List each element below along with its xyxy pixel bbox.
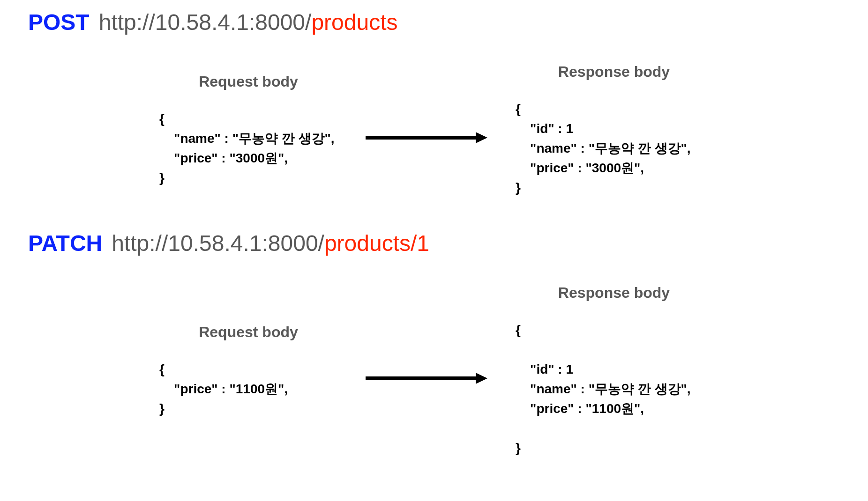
arrow-right-icon xyxy=(366,373,487,384)
post-url: http://10.58.4.1:8000/products xyxy=(99,9,398,35)
patch-request-column: Request body { "price" : "1100원", } xyxy=(159,324,337,419)
post-response-body: { "id" : 1 "name" : "무농약 깐 생강", "price" … xyxy=(516,99,712,198)
post-method: POST xyxy=(28,9,90,35)
patch-response-body: { "id" : 1 "name" : "무농약 깐 생강", "price" … xyxy=(516,320,712,458)
patch-url-line: PATCH http://10.58.4.1:8000/products/1 xyxy=(28,230,840,256)
patch-request-label: Request body xyxy=(159,324,337,341)
patch-body-row: Request body { "price" : "1100원", } Resp… xyxy=(28,284,840,458)
post-body-row: Request body { "name" : "무농약 깐 생강", "pri… xyxy=(28,63,840,198)
patch-arrow xyxy=(366,373,487,384)
patch-method: PATCH xyxy=(28,230,102,256)
post-response-column: Response body { "id" : 1 "name" : "무농약 깐… xyxy=(516,63,712,198)
patch-section: PATCH http://10.58.4.1:8000/products/1 R… xyxy=(28,230,840,458)
post-url-line: POST http://10.58.4.1:8000/products xyxy=(28,9,840,35)
patch-response-column: Response body { "id" : 1 "name" : "무농약 깐… xyxy=(516,284,712,458)
post-request-label: Request body xyxy=(159,73,337,90)
patch-request-body: { "price" : "1100원", } xyxy=(159,360,337,419)
patch-url: http://10.58.4.1:8000/products/1 xyxy=(112,230,429,256)
post-arrow xyxy=(366,132,487,143)
svg-marker-3 xyxy=(476,373,487,384)
patch-url-path: products/1 xyxy=(324,231,429,256)
post-url-base: http://10.58.4.1:8000/ xyxy=(99,10,312,35)
post-section: POST http://10.58.4.1:8000/products Requ… xyxy=(28,9,840,198)
patch-url-base: http://10.58.4.1:8000/ xyxy=(112,231,324,256)
svg-marker-1 xyxy=(476,132,487,143)
post-response-label: Response body xyxy=(516,63,712,81)
post-request-column: Request body { "name" : "무농약 깐 생강", "pri… xyxy=(159,73,337,188)
arrow-right-icon xyxy=(366,132,487,143)
post-request-body: { "name" : "무농약 깐 생강", "price" : "3000원"… xyxy=(159,109,337,188)
patch-response-label: Response body xyxy=(516,284,712,302)
post-url-path: products xyxy=(311,10,397,35)
